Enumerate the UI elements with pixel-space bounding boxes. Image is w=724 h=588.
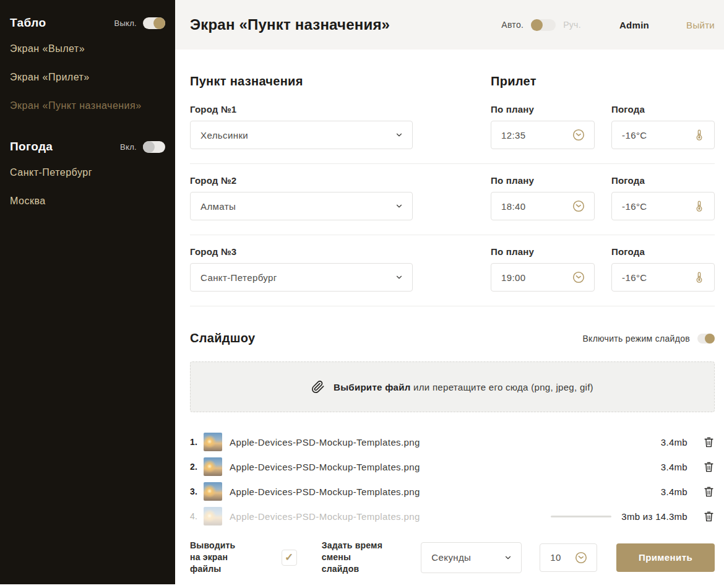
file-number: 4. — [190, 511, 204, 521]
time-field — [491, 121, 595, 149]
file-name: Apple-Devices-PSD-Mockup-Templates.png — [230, 486, 651, 497]
city-select-value: Санкт-Петербург — [200, 272, 395, 283]
slideshow-toggle[interactable] — [697, 334, 715, 344]
upload-progress — [551, 516, 611, 517]
weather-label: Погода — [611, 104, 715, 115]
weather-label: Погода — [611, 246, 715, 257]
clock-icon — [574, 551, 588, 564]
file-name: Apple-Devices-PSD-Mockup-Templates.png — [230, 462, 651, 472]
file-thumbnail — [204, 433, 222, 451]
weather-toggle-knob — [143, 141, 155, 153]
city-label: Город №3 — [190, 246, 413, 257]
chevron-down-icon — [504, 553, 512, 562]
display-files-checkbox[interactable]: ✓ — [282, 550, 297, 566]
arrival-section-title: Прилет — [491, 74, 537, 89]
delete-file-button[interactable] — [704, 485, 715, 498]
sidebar: Табло Выкл. Экран «Вылет» Экран «Прилет»… — [0, 0, 175, 584]
temp-input[interactable] — [622, 272, 693, 283]
sidebar-section-title-weather: Погода — [10, 140, 53, 153]
sidebar-item-arrival-screen[interactable]: Экран «Прилет» — [10, 63, 165, 92]
time-input[interactable] — [501, 130, 572, 141]
time-input[interactable] — [501, 272, 572, 283]
file-name: Apple-Devices-PSD-Mockup-Templates.png — [230, 511, 541, 522]
interval-value-field — [540, 543, 597, 572]
temp-field — [611, 121, 715, 149]
chevron-down-icon — [395, 131, 403, 139]
sidebar-section-title-board: Табло — [10, 16, 46, 30]
file-thumbnail — [204, 507, 222, 525]
file-thumbnail — [204, 457, 222, 476]
board-toggle-label: Выкл. — [114, 19, 137, 28]
file-row: 2. Apple-Devices-PSD-Mockup-Templates.pn… — [190, 454, 715, 479]
apply-button[interactable]: Применить — [616, 543, 715, 572]
plan-label: По плану — [491, 175, 595, 186]
city-row-1: Город №1 Хельсинки По плану П — [190, 104, 715, 164]
slideshow-toggle-knob — [705, 334, 715, 344]
time-input[interactable] — [501, 201, 572, 212]
sidebar-item-destination-screen[interactable]: Экран «Пункт назначения» — [10, 92, 165, 120]
weather-toggle-label: Вкл. — [120, 142, 137, 152]
slide-interval-label: Задать время смены слайдов — [322, 540, 412, 575]
plan-label: По плану — [491, 246, 595, 257]
sidebar-item-saint-petersburg[interactable]: Санкт-Петербург — [10, 158, 165, 187]
auto-mode-label: Авто. — [501, 20, 524, 30]
city-label: Город №1 — [190, 104, 413, 115]
thermometer-icon — [693, 129, 705, 141]
slideshow-toggle-label: Включить режим слайдов — [582, 334, 690, 344]
manual-mode-label: Руч. — [563, 20, 581, 30]
chevron-down-icon — [395, 202, 403, 210]
trash-icon — [704, 461, 714, 473]
file-number: 1. — [190, 437, 204, 447]
temp-input[interactable] — [622, 201, 693, 212]
sidebar-item-moscow[interactable]: Москва — [10, 187, 165, 215]
weather-toggle[interactable] — [143, 141, 165, 153]
board-toggle-knob — [153, 17, 165, 29]
sidebar-item-departure-screen[interactable]: Экран «Вылет» — [10, 35, 165, 63]
file-size: 3mb из 14.3mb — [621, 511, 687, 522]
checkmark-icon: ✓ — [285, 551, 294, 564]
clock-icon — [572, 270, 585, 284]
time-field — [491, 192, 595, 220]
user-name: Admin — [619, 20, 649, 30]
city-select-value: Алматы — [200, 201, 395, 212]
thermometer-icon — [693, 271, 705, 283]
upload-dropzone[interactable]: Выбирите файл или перетащите его сюда (p… — [190, 361, 715, 412]
page-title: Экран «Пункт назначения» — [190, 16, 501, 33]
slideshow-section-title: Слайдшоу — [190, 331, 582, 345]
display-files-label: Выводить на экран файлы — [190, 540, 259, 575]
time-field — [491, 263, 595, 292]
file-thumbnail — [204, 482, 222, 501]
logout-link[interactable]: Выйти — [686, 20, 715, 30]
upload-drag-hint-text: или перетащите его сюда (png, jpeg, gif) — [411, 382, 593, 392]
interval-unit-select[interactable]: Секунды — [421, 542, 522, 573]
board-toggle[interactable] — [143, 17, 165, 29]
city-select[interactable]: Хельсинки — [190, 121, 413, 149]
interval-value-input[interactable] — [550, 552, 574, 563]
chevron-down-icon — [395, 273, 403, 282]
weather-label: Погода — [611, 175, 715, 186]
city-row-3: Город №3 Санкт-Петербург По плану — [190, 246, 715, 306]
file-list: 1. Apple-Devices-PSD-Mockup-Templates.pn… — [190, 430, 715, 529]
city-row-2: Город №2 Алматы По плану Пого — [190, 175, 715, 235]
temp-input[interactable] — [622, 130, 693, 141]
upload-choose-file-text: Выбирите файл — [334, 382, 411, 392]
city-label: Город №2 — [190, 175, 413, 186]
interval-unit-value: Секунды — [431, 552, 504, 563]
file-row: 3. Apple-Devices-PSD-Mockup-Templates.pn… — [190, 479, 715, 504]
file-size: 3.4mb — [661, 486, 687, 497]
file-name: Apple-Devices-PSD-Mockup-Templates.png — [230, 437, 651, 447]
delete-file-button[interactable] — [704, 460, 715, 473]
auto-manual-toggle[interactable] — [531, 19, 556, 31]
destination-section-title: Пункт назначения — [190, 74, 491, 89]
file-size: 3.4mb — [661, 437, 687, 447]
city-select[interactable]: Санкт-Петербург — [190, 263, 413, 292]
temp-field — [611, 263, 715, 292]
city-select[interactable]: Алматы — [190, 192, 413, 220]
delete-file-button[interactable] — [704, 436, 715, 448]
thermometer-icon — [693, 200, 705, 212]
city-select-value: Хельсинки — [200, 130, 395, 141]
file-number: 2. — [190, 462, 204, 472]
delete-file-button[interactable] — [704, 510, 715, 522]
auto-manual-toggle-knob — [531, 19, 543, 31]
clock-icon — [572, 199, 585, 213]
